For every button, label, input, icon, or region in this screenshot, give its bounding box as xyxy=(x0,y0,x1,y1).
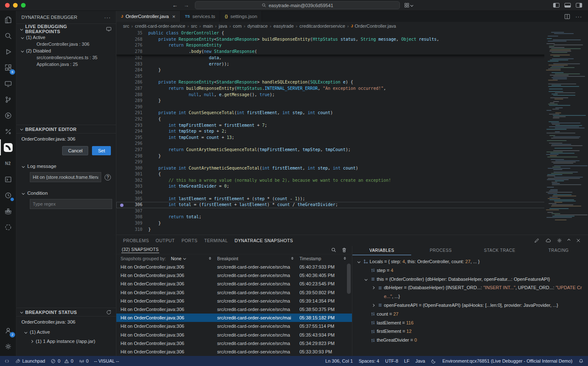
variable-row[interactable]: dbHelper = (DatabaseHelper) {INSERT_ORD.… xyxy=(352,283,588,301)
editor-tab[interactable]: TSservices.ts xyxy=(181,11,220,22)
code-line[interactable]: 294 int tmpStep = step + 2; xyxy=(116,128,588,135)
breadcrumb-item[interactable]: creditcardorderservice xyxy=(299,24,345,29)
environment-status[interactable]: Environment:qcx76851 (Live Debugger - Of… xyxy=(442,358,572,363)
variables-tab[interactable]: TRACING xyxy=(529,246,588,255)
activity-tools[interactable] xyxy=(0,219,16,235)
encoding[interactable]: UTF-8 xyxy=(385,358,398,363)
line-number[interactable]: 295 xyxy=(116,135,148,141)
section-breakpoint-editor[interactable]: BREAKPOINT EDITOR xyxy=(16,125,116,133)
section-live-debugging-breakpoints[interactable]: LIVE DEBUGGING BREAKPOINTS xyxy=(16,24,116,34)
scrollbar-thumb[interactable] xyxy=(347,264,351,294)
line-number[interactable]: 293 xyxy=(116,123,148,129)
code-line[interactable]: 306 int total = (firstElement + lastElem… xyxy=(116,202,588,208)
line-number[interactable]: 282 xyxy=(116,55,148,61)
variable-row[interactable]: this = (OrderController) {dbHelper: Data… xyxy=(352,275,588,284)
gear-icon[interactable] xyxy=(556,238,562,243)
breadcrumb-item[interactable]: com xyxy=(233,24,242,29)
log-message-input[interactable] xyxy=(30,172,101,182)
line-number[interactable]: 310 xyxy=(116,227,148,233)
code-line[interactable]: 299 xyxy=(116,159,588,165)
status-app-instance[interactable]: (1) 1 App instance (/app.jar) xyxy=(16,337,116,346)
line-number[interactable]: 290 xyxy=(116,104,148,110)
code-line[interactable]: 293 int tmpFirstElement = firstElement +… xyxy=(116,123,588,129)
vim-mode-indicator[interactable]: -- VISUAL -- xyxy=(94,358,119,363)
sort-icon[interactable] xyxy=(209,256,211,261)
edit-icon[interactable] xyxy=(534,238,540,243)
line-number[interactable]: 268 xyxy=(116,37,148,43)
screen-icon[interactable] xyxy=(106,26,112,32)
panel-tab[interactable]: TERMINAL xyxy=(204,238,228,243)
variables-tab[interactable]: VARIABLES xyxy=(352,246,411,255)
line-number[interactable]: 294 xyxy=(116,128,148,135)
breakpoint-item-active[interactable]: OrderController.java : 306 xyxy=(16,41,116,47)
snapshot-row[interactable]: Hit on OrderController.java:306src/credi… xyxy=(116,305,352,314)
activity-source-control[interactable] xyxy=(0,92,16,107)
line-number[interactable]: 276 xyxy=(116,42,148,49)
navigate-forward-icon[interactable]: → xyxy=(184,2,189,8)
eol-sequence[interactable]: LF xyxy=(404,358,410,363)
line-number[interactable]: 288 xyxy=(116,92,148,98)
line-number[interactable]: 289 xyxy=(116,98,148,104)
notifications-bell-icon[interactable] xyxy=(578,358,584,364)
minimap[interactable] xyxy=(544,30,588,235)
variables-tab[interactable]: PROCESS xyxy=(411,246,470,255)
line-number[interactable]: 304 xyxy=(116,190,148,196)
line-number[interactable]: 291 xyxy=(116,110,148,116)
condition-section[interactable]: Condition xyxy=(16,189,116,197)
code-line[interactable]: 309 } xyxy=(116,220,588,227)
chevron-down-icon[interactable] xyxy=(363,275,369,280)
indentation[interactable]: Spaces: 4 xyxy=(359,358,379,363)
code-line[interactable]: 296 xyxy=(116,141,588,147)
activity-history[interactable] xyxy=(0,187,16,203)
toggle-sidebar-icon[interactable] xyxy=(553,3,559,8)
code-line[interactable]: 289 } xyxy=(116,98,588,104)
maximize-window-button[interactable] xyxy=(21,3,26,8)
moon-icon[interactable] xyxy=(431,358,436,364)
breakpoint-dot[interactable] xyxy=(120,204,123,207)
chevron-right-icon[interactable] xyxy=(370,283,376,289)
sort-icon[interactable] xyxy=(291,256,294,261)
breakpoint-group-disabled[interactable]: (2) Disabled xyxy=(16,47,116,54)
code-line[interactable]: 285 xyxy=(116,73,588,80)
snapshot-row[interactable]: Hit on OrderController.java:306src/credi… xyxy=(116,280,352,288)
editor-tab[interactable]: {}settings.json xyxy=(220,11,262,22)
activity-explorer[interactable] xyxy=(0,12,16,28)
snapshot-row[interactable]: Hit on OrderController.java:306src/credi… xyxy=(116,339,352,348)
code-line[interactable]: 286 private ResponseEntity<StandardRespo… xyxy=(116,79,588,86)
code-line[interactable]: 290 xyxy=(116,104,588,110)
line-number[interactable]: 284 xyxy=(116,67,148,73)
variable-row[interactable]: lastElement = 116 xyxy=(352,319,588,327)
minimize-window-button[interactable] xyxy=(13,3,18,8)
line-number[interactable]: 303 xyxy=(116,183,148,190)
chevron-up-icon[interactable] xyxy=(567,239,570,242)
snapshot-row[interactable]: Hit on OrderController.java:306src/credi… xyxy=(116,271,352,280)
snapshots-count-tab[interactable]: (32) SNAPSHOTS xyxy=(121,246,159,253)
log-message-section[interactable]: Log message xyxy=(16,162,116,170)
column-breakpoint[interactable]: Breakpoint xyxy=(217,256,238,261)
code-line[interactable]: 295 int tmpCount = count + 13; xyxy=(116,135,588,141)
code-line[interactable]: 310} xyxy=(116,227,588,233)
column-timestamp[interactable]: Timestamp xyxy=(299,256,321,261)
panel-tab[interactable]: OUTPUT xyxy=(156,238,175,243)
code-line[interactable]: 291 private int CountSequenceTotal(int f… xyxy=(116,110,588,116)
line-number[interactable]: 298 xyxy=(116,153,148,159)
activity-diagnostics[interactable] xyxy=(0,123,16,139)
refresh-icon[interactable] xyxy=(106,309,112,315)
snapshot-row[interactable]: Hit on OrderController.java:306src/credi… xyxy=(116,322,352,330)
activity-nx-console[interactable]: N2 xyxy=(0,155,16,171)
more-actions-icon[interactable]: ··· xyxy=(575,13,582,20)
line-number[interactable]: 301 xyxy=(116,171,148,178)
line-number[interactable]: 285 xyxy=(116,73,148,80)
snapshot-row[interactable]: Hit on OrderController.java:306src/credi… xyxy=(116,263,352,271)
remote-indicator[interactable] xyxy=(4,358,10,364)
snapshot-row[interactable]: Hit on OrderController.java:306src/credi… xyxy=(116,297,352,305)
variable-row[interactable]: firstElement = 12 xyxy=(352,327,588,336)
sort-icon[interactable] xyxy=(344,256,346,261)
line-number[interactable]: 287 xyxy=(116,86,148,92)
code-line[interactable]: 282 data, xyxy=(116,55,588,61)
line-number[interactable]: 296 xyxy=(116,141,148,147)
sticky-code-line[interactable]: 268 private ResponseEntity<StandardRespo… xyxy=(116,37,588,43)
activity-terminal-view[interactable] xyxy=(0,171,16,187)
activity-run-circle[interactable] xyxy=(0,107,16,123)
line-number[interactable]: 278 xyxy=(116,49,148,55)
